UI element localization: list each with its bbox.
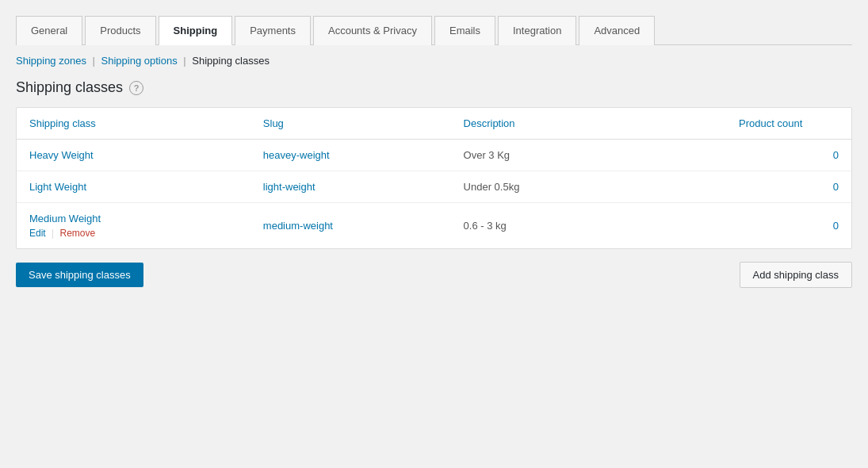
cell-desc-heavy-weight: Over 3 Kg	[451, 140, 726, 171]
add-shipping-class-button[interactable]: Add shipping class	[740, 262, 852, 288]
edit-link-medium-weight[interactable]: Edit	[29, 228, 46, 239]
table-row: Medium Weight Edit | Remove medium-weigh…	[17, 203, 851, 249]
tabs-bar: GeneralProductsShippingPaymentsAccounts …	[16, 16, 852, 45]
row-name-link-heavy-weight[interactable]: Heavy Weight	[29, 149, 94, 161]
cell-desc-light-weight: Under 0.5kg	[451, 171, 726, 203]
tab-payments[interactable]: Payments	[235, 16, 311, 45]
cell-count-medium-weight: 0	[726, 203, 851, 249]
page-title: Shipping classes	[16, 79, 123, 96]
help-icon[interactable]: ?	[129, 81, 143, 95]
cell-slug-medium-weight: medium-weight	[250, 203, 451, 249]
cell-slug-heavy-weight: heavey-weight	[250, 140, 451, 171]
tab-general[interactable]: General	[16, 16, 82, 45]
col-header-name: Shipping class	[17, 108, 250, 140]
tab-shipping[interactable]: Shipping	[159, 16, 233, 45]
col-header-slug: Slug	[250, 108, 451, 140]
breadcrumb-sep-1: |	[93, 55, 95, 67]
row-actions-medium-weight: Edit | Remove	[29, 228, 238, 239]
tab-emails[interactable]: Emails	[434, 16, 495, 45]
save-shipping-classes-button[interactable]: Save shipping classes	[16, 263, 143, 287]
breadcrumb-shipping-classes: Shipping classes	[192, 55, 270, 67]
action-sep-medium-weight: |	[52, 228, 54, 239]
cell-count-light-weight: 0	[726, 171, 851, 203]
cell-name-medium-weight: Medium Weight Edit | Remove	[17, 203, 250, 249]
cell-desc-medium-weight: 0.6 - 3 kg	[451, 203, 726, 249]
cell-count-heavy-weight: 0	[726, 140, 851, 171]
row-name-link-medium-weight[interactable]: Medium Weight	[29, 213, 101, 224]
table-row: Light Weight light-weight Under 0.5kg 0	[17, 171, 851, 203]
remove-link-medium-weight[interactable]: Remove	[60, 228, 96, 239]
cell-slug-light-weight: light-weight	[250, 171, 451, 203]
shipping-classes-table: Shipping class Slug Description Product …	[16, 107, 852, 249]
tab-advanced[interactable]: Advanced	[579, 16, 655, 45]
breadcrumb-shipping-zones[interactable]: Shipping zones	[16, 55, 86, 67]
col-header-count: Product count	[726, 108, 851, 140]
row-name-link-light-weight[interactable]: Light Weight	[29, 181, 86, 193]
breadcrumb-sep-2: |	[183, 55, 185, 67]
col-header-description: Description	[451, 108, 726, 140]
table-header-row: Shipping class Slug Description Product …	[17, 108, 851, 140]
tab-accounts-privacy[interactable]: Accounts & Privacy	[313, 16, 432, 45]
breadcrumb-shipping-options[interactable]: Shipping options	[101, 55, 178, 67]
breadcrumbs: Shipping zones | Shipping options | Ship…	[16, 55, 852, 67]
table-body: Heavy Weight heavey-weight Over 3 Kg 0 L…	[17, 140, 851, 249]
tab-integration[interactable]: Integration	[498, 16, 576, 45]
cell-name-heavy-weight: Heavy Weight	[17, 140, 250, 171]
cell-name-light-weight: Light Weight	[17, 171, 250, 203]
footer-actions: Save shipping classes Add shipping class	[16, 262, 852, 288]
table-row: Heavy Weight heavey-weight Over 3 Kg 0	[17, 140, 851, 171]
tab-products[interactable]: Products	[85, 16, 155, 45]
data-table: Shipping class Slug Description Product …	[17, 108, 851, 248]
